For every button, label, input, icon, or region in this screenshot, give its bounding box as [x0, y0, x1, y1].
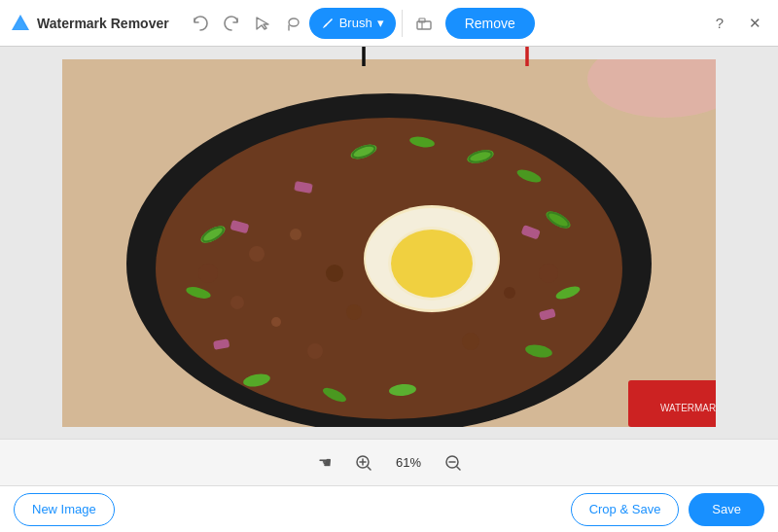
- svg-point-23: [504, 287, 515, 299]
- svg-point-14: [326, 265, 343, 282]
- zoom-toolbar: ☚ 61%: [0, 439, 778, 485]
- svg-point-2: [289, 18, 299, 26]
- bottom-actions-bar: New Image Crop & Save Save: [0, 485, 778, 532]
- brush-label: Brush: [339, 16, 372, 30]
- lasso-button[interactable]: [278, 8, 309, 39]
- help-button[interactable]: ?: [706, 10, 733, 37]
- app-logo: Watermark Remover: [10, 13, 169, 34]
- title-bar: Watermark Remover Brush ▾: [0, 0, 778, 47]
- crop-save-button[interactable]: Crop & Save: [571, 493, 680, 526]
- redo-button[interactable]: [216, 8, 247, 39]
- remove-label: Remove: [465, 16, 515, 31]
- brush-icon: [321, 17, 335, 30]
- brush-button[interactable]: Brush ▾: [309, 8, 396, 39]
- zoom-level: 61%: [389, 455, 428, 470]
- selection-icon: [254, 15, 271, 32]
- zoom-in-icon: [355, 454, 372, 472]
- save-label: Save: [712, 502, 741, 516]
- food-image: WATERMARK: [62, 59, 716, 427]
- svg-point-24: [198, 264, 218, 283]
- new-image-button[interactable]: New Image: [14, 493, 115, 526]
- svg-point-19: [230, 296, 244, 309]
- hand-icon: ☚: [318, 453, 332, 472]
- remove-button[interactable]: Remove: [445, 8, 535, 39]
- lasso-icon: [285, 15, 302, 32]
- eraser-icon: [415, 15, 433, 32]
- redo-icon: [223, 15, 240, 32]
- undo-button[interactable]: [185, 8, 216, 39]
- svg-point-26: [307, 343, 323, 359]
- svg-line-61: [368, 467, 371, 470]
- help-icon: ?: [716, 15, 724, 31]
- close-button[interactable]: ✕: [741, 10, 768, 37]
- svg-point-25: [539, 264, 558, 283]
- svg-point-12: [249, 246, 265, 262]
- zoom-out-button[interactable]: [440, 449, 467, 477]
- hand-tool-button[interactable]: ☚: [311, 449, 338, 477]
- svg-point-13: [290, 229, 301, 240]
- close-icon: ✕: [749, 15, 761, 32]
- svg-point-20: [271, 317, 281, 327]
- svg-text:WATERMARK: WATERMARK: [660, 403, 716, 413]
- bottom-right-actions: Crop & Save Save: [571, 493, 764, 526]
- save-button[interactable]: Save: [689, 493, 764, 526]
- svg-line-64: [457, 467, 460, 470]
- window-controls: ? ✕: [706, 10, 768, 37]
- brush-dropdown-icon: ▾: [377, 16, 384, 30]
- app-logo-icon: [10, 13, 31, 34]
- new-image-label: New Image: [32, 502, 96, 516]
- toolbar-separator: [402, 10, 403, 37]
- svg-point-32: [391, 230, 473, 298]
- selection-button[interactable]: [247, 8, 278, 39]
- zoom-out-icon: [444, 454, 462, 472]
- app-title: Watermark Remover: [37, 16, 169, 31]
- undo-icon: [192, 15, 209, 32]
- crop-save-label: Crop & Save: [589, 502, 661, 516]
- svg-point-21: [346, 304, 362, 320]
- svg-point-27: [462, 333, 479, 350]
- zoom-in-button[interactable]: [350, 449, 377, 477]
- canvas-area[interactable]: WATERMARK: [0, 47, 778, 439]
- image-container: WATERMARK: [62, 59, 716, 427]
- eraser-button[interactable]: [408, 8, 440, 39]
